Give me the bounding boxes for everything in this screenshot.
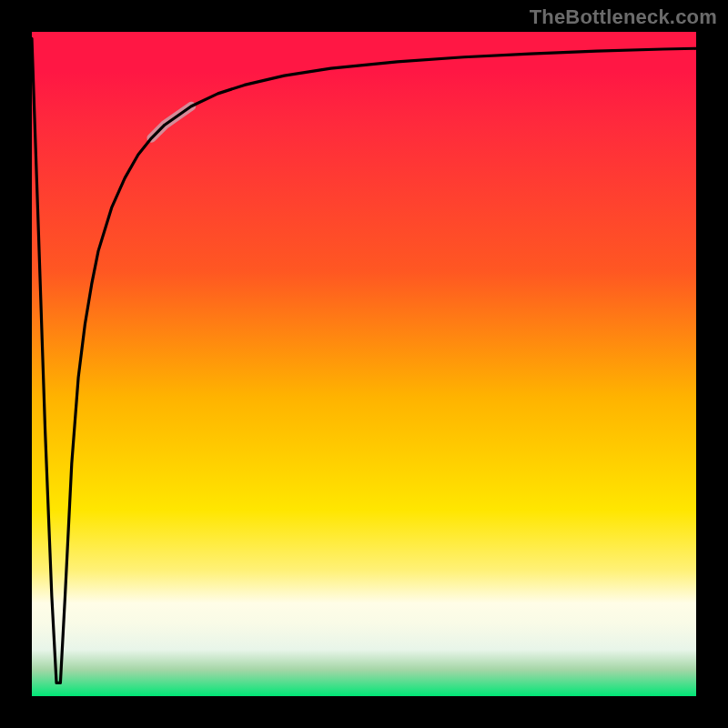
svg-rect-0 <box>16 16 713 713</box>
chart-root: TheBottleneck.com <box>0 0 728 728</box>
attribution-label: TheBottleneck.com <box>530 5 717 29</box>
chart-svg <box>0 0 728 728</box>
axes-frame <box>16 16 713 713</box>
bottleneck-curve <box>32 38 696 682</box>
